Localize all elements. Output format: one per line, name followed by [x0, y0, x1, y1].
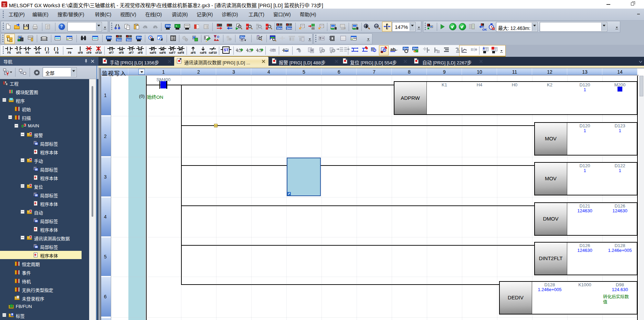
svg-text:( ): ( ) [45, 46, 49, 51]
svg-text:{ }: { } [54, 46, 59, 51]
